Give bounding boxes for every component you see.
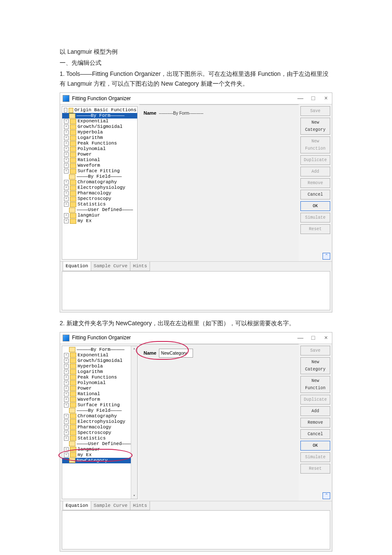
tree-item[interactable]: Spectroscopy: [78, 430, 111, 436]
close-icon[interactable]: ×: [323, 93, 329, 104]
function-tree[interactable]: -Origin Basic Functions —————By Form————…: [62, 106, 138, 260]
tree-item-byfield[interactable]: ————By Field————: [77, 408, 122, 413]
name-label: Name: [144, 109, 156, 117]
ffo-window-2: Fitting Function Organizer — □ × —————By…: [60, 332, 332, 552]
tree-item[interactable]: Hyperbola: [78, 130, 103, 135]
name-value: ----------By Form----------: [159, 110, 203, 117]
simulate-button[interactable]: Simulate: [300, 213, 330, 223]
tree-item[interactable]: Statistics: [78, 436, 106, 441]
collapse-icon[interactable]: ⌃: [323, 253, 330, 260]
remove-button[interactable]: Remove: [300, 178, 330, 188]
ffo-window-1: Fitting Function Organizer — □ × -Origin…: [60, 92, 332, 312]
doc-line-2: 一、先编辑公式: [60, 58, 332, 68]
tree-item-byfield[interactable]: ————By Field————: [77, 174, 122, 179]
tree-item[interactable]: Statistics: [78, 202, 106, 207]
tree-item[interactable]: Hyperbola: [78, 364, 103, 369]
tree-item[interactable]: my Ex: [78, 452, 92, 458]
tree-item[interactable]: Power: [78, 386, 92, 391]
minimize-icon[interactable]: —: [297, 333, 304, 343]
tree-item[interactable]: Exponential: [78, 119, 109, 124]
remove-button[interactable]: Remove: [300, 418, 330, 428]
duplicate-button[interactable]: Duplicate: [300, 395, 330, 405]
ok-button[interactable]: OK: [300, 201, 330, 211]
tree-item-newcategory[interactable]: NewCategory: [77, 458, 108, 463]
app-icon: [63, 335, 69, 341]
tree-item[interactable]: Surface Fitting: [78, 402, 120, 408]
tree-item[interactable]: Chromatography: [78, 413, 117, 419]
tree-item[interactable]: Electrophysiology: [78, 419, 125, 425]
maximize-icon[interactable]: □: [310, 333, 317, 343]
simulate-button[interactable]: Simulate: [300, 452, 330, 462]
tree-item[interactable]: Peak Functions: [78, 141, 117, 146]
tree-item[interactable]: my Ex: [78, 218, 92, 224]
tree-item[interactable]: Growth/Sigmoidal: [78, 124, 123, 130]
tree-item[interactable]: Power: [78, 152, 92, 157]
cancel-button[interactable]: Cancel: [300, 190, 330, 199]
tab-sample-curve[interactable]: Sample Curve: [91, 501, 130, 511]
tab-sample-curve[interactable]: Sample Curve: [91, 262, 130, 271]
tree-item[interactable]: Surface Fitting: [78, 168, 120, 174]
tree-item[interactable]: Polynomial: [78, 146, 106, 152]
minimize-icon[interactable]: —: [297, 93, 304, 104]
new-category-button[interactable]: New Category: [300, 118, 330, 135]
add-button[interactable]: Add: [300, 406, 330, 416]
tree-item[interactable]: Logarithm: [78, 369, 103, 375]
tree-item[interactable]: Electrophysiology: [78, 185, 125, 191]
tree-item-userdef[interactable]: ————User Defined————: [77, 441, 133, 447]
reset-button[interactable]: Reset: [300, 224, 330, 234]
tree-item[interactable]: langmiur: [78, 447, 100, 452]
collapse-icon[interactable]: ⌃: [323, 492, 330, 499]
maximize-icon[interactable]: □: [310, 93, 317, 104]
tree-item[interactable]: Origin Basic Functions: [75, 107, 136, 113]
preview-panel: [62, 510, 330, 549]
window-title: Fitting Function Organizer: [72, 333, 297, 342]
name-input[interactable]: NewCategory: [159, 349, 193, 358]
tab-hints[interactable]: Hints: [130, 262, 150, 271]
save-button[interactable]: Save: [300, 346, 330, 356]
tree-item[interactable]: Peak Functions: [78, 375, 117, 380]
tree-item[interactable]: Pharmacology: [78, 425, 111, 430]
tree-item-byform[interactable]: —————By Form—————: [77, 113, 124, 119]
ok-button[interactable]: OK: [300, 441, 330, 451]
tree-item[interactable]: Rational: [78, 157, 100, 163]
new-function-button[interactable]: New Function: [300, 136, 330, 153]
preview-panel: [62, 271, 330, 310]
duplicate-button[interactable]: Duplicate: [300, 155, 330, 165]
tree-item[interactable]: Rational: [78, 391, 100, 397]
save-button[interactable]: Save: [300, 106, 330, 116]
tree-item[interactable]: Polynomial: [78, 380, 106, 386]
tab-equation[interactable]: Equation: [63, 262, 91, 271]
tree-item[interactable]: Waveform: [78, 397, 100, 402]
cancel-button[interactable]: Cancel: [300, 429, 330, 439]
reset-button[interactable]: Reset: [300, 464, 330, 474]
new-function-button[interactable]: New Function: [300, 376, 330, 393]
tree-item[interactable]: Waveform: [78, 163, 100, 168]
doc-line-1: 以 Langmuir 模型为例: [60, 47, 332, 57]
tree-item[interactable]: Spectroscopy: [78, 196, 111, 202]
tree-item[interactable]: Growth/Sigmoidal: [78, 358, 123, 364]
tree-item-userdef[interactable]: ————User Defined————: [77, 207, 133, 213]
name-label: Name: [144, 349, 156, 357]
tab-hints[interactable]: Hints: [130, 501, 150, 511]
tree-item[interactable]: Logarithm: [78, 135, 103, 141]
window-title: Fitting Function Organizer: [72, 94, 297, 103]
tree-item[interactable]: Chromatography: [78, 179, 117, 185]
doc-line-4: 2. 新建文件夹名字为 NewCategory，出现在左边框里（如下图），可以根…: [60, 318, 332, 329]
tree-scrollbar[interactable]: ▴▾: [131, 346, 137, 499]
tree-item[interactable]: langmiur: [78, 213, 100, 218]
function-tree[interactable]: —————By Form————— +Exponential +Growth/S…: [62, 346, 138, 499]
new-category-button[interactable]: New Category: [300, 357, 330, 374]
app-icon: [63, 95, 69, 102]
doc-line-3: 1. Tools——Fitting Function Organizer，出现下…: [60, 69, 332, 90]
add-button[interactable]: Add: [300, 167, 330, 176]
tab-equation[interactable]: Equation: [63, 501, 91, 511]
tree-item-byform[interactable]: —————By Form—————: [77, 347, 124, 353]
tree-item[interactable]: Pharmacology: [78, 191, 111, 196]
close-icon[interactable]: ×: [323, 333, 329, 343]
tree-item[interactable]: Exponential: [78, 353, 109, 358]
